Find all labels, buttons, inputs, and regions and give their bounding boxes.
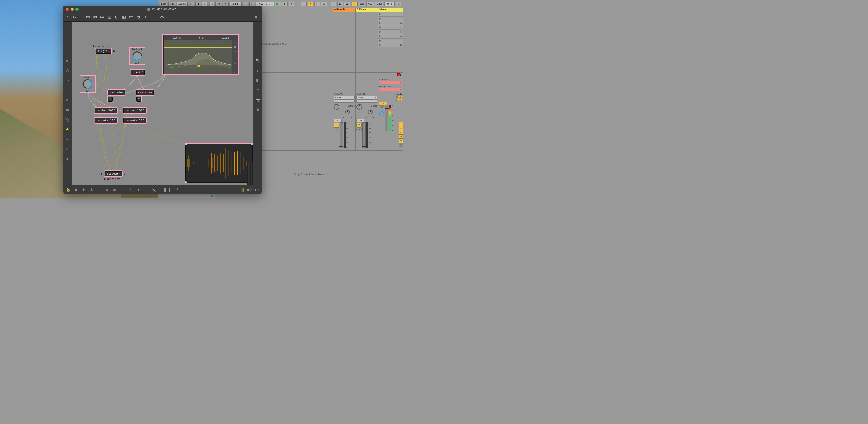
audio-to-select[interactable]: Master: [356, 96, 377, 99]
track-header[interactable]: A Reverb: [333, 8, 355, 12]
resize-handle[interactable]: [185, 143, 187, 145]
scene-slot[interactable]: 1: [378, 12, 403, 17]
tapin-object[interactable]: tapin~ 1000: [123, 108, 146, 113]
camera-icon[interactable]: 📷: [255, 97, 260, 103]
record-button[interactable]: ●: [288, 2, 294, 6]
punch-out-icon[interactable]: ⊐: [344, 2, 350, 6]
parameters-icon[interactable]: ⚙: [255, 107, 260, 112]
tapin-object[interactable]: tapin~ 1000: [95, 108, 117, 113]
presentation-icon[interactable]: ▭: [104, 187, 110, 192]
track-activator[interactable]: B: [356, 123, 362, 127]
loop-icon[interactable]: ⊓: [331, 2, 336, 6]
filtergraph[interactable]: 1039Hz 0.4Q 10.9dB 18 12: [163, 35, 238, 74]
grid-icon[interactable]: [253, 14, 259, 20]
menu-icon[interactable]: ⋮⋮: [177, 187, 182, 192]
track-header[interactable]: B Delay: [356, 8, 378, 12]
play-icon[interactable]: ▶: [246, 187, 252, 193]
pan-knob[interactable]: [334, 104, 339, 110]
returns-section-toggle[interactable]: R: [399, 131, 403, 135]
crossfade-section-toggle[interactable]: X: [399, 143, 403, 147]
scope-display[interactable]: [185, 144, 253, 182]
send-knob[interactable]: [345, 110, 350, 114]
scene-slot[interactable]: 6: [378, 34, 403, 38]
list-icon[interactable]: ≡: [255, 87, 260, 93]
stop-button[interactable]: ■: [282, 2, 287, 6]
master-out-select[interactable]: 1/2: [379, 88, 402, 91]
volume-text[interactable]: -Inf: [356, 119, 364, 122]
reenable-automation-icon[interactable]: ↩: [314, 2, 320, 6]
capture-icon[interactable]: ⊡: [321, 2, 327, 6]
cue-volume-knob[interactable]: [379, 111, 384, 116]
tapout-object[interactable]: tapout~ 100: [95, 118, 117, 123]
tap-button[interactable]: Tap: [168, 2, 176, 6]
video-icon[interactable]: ⫸: [65, 97, 70, 103]
key-map-button[interactable]: Key: [366, 2, 374, 6]
cue-out-select[interactable]: 1/2: [379, 81, 402, 84]
calendar-icon[interactable]: ▦: [120, 187, 125, 192]
follow-icon[interactable]: ▸: [243, 2, 248, 6]
search-icon[interactable]: 🔍: [255, 58, 260, 63]
metronome-icon[interactable]: |||: [189, 2, 194, 6]
bang-icon[interactable]: [106, 14, 113, 20]
lock-icon[interactable]: 🔓: [66, 187, 71, 192]
volume-text[interactable]: inf: [379, 102, 387, 105]
piano-icon[interactable]: ▐▌▐: [164, 187, 169, 192]
feedback-dial[interactable]: feedback 0.46: [130, 48, 144, 64]
post-button[interactable]: Post: [396, 99, 402, 102]
overdub-icon[interactable]: +: [301, 2, 307, 6]
comment-icon[interactable]: [99, 14, 105, 20]
solo-button[interactable]: S: [334, 127, 339, 132]
zoom-icon[interactable]: [75, 7, 79, 10]
objects-palette-icon[interactable]: ◈: [65, 58, 70, 63]
favorite-icon[interactable]: ★: [65, 156, 70, 162]
images-icon[interactable]: ▭: [65, 78, 70, 83]
track-activator[interactable]: A: [334, 123, 339, 127]
close-icon[interactable]: [66, 7, 69, 10]
nudge-down-icon[interactable]: ◀: [195, 2, 201, 6]
midi-map-button[interactable]: MIDI: [375, 2, 383, 6]
warning-icon[interactable]: ⚠: [89, 187, 94, 192]
audio-to-ch-select[interactable]: [356, 100, 377, 103]
play-button[interactable]: ▶: [275, 2, 281, 6]
hierarchy-icon[interactable]: ⋔: [135, 187, 141, 192]
media-icon[interactable]: ▦: [65, 107, 70, 112]
scene-launch-icon[interactable]: ▶: [400, 74, 402, 76]
filter-handle[interactable]: [197, 64, 200, 67]
io-section-toggle[interactable]: i: [399, 122, 403, 126]
send-knob[interactable]: [368, 110, 373, 114]
plugin-icon[interactable]: ⚡: [65, 127, 70, 132]
power-icon[interactable]: ⏻: [254, 187, 259, 192]
arrangement-pos-left[interactable]: ▸.: [249, 2, 255, 6]
automation-arm-icon[interactable]: ↯: [308, 2, 313, 6]
solo-button[interactable]: S: [356, 127, 362, 132]
track-header[interactable]: Master: [378, 8, 403, 12]
var-icon[interactable]: v: [65, 137, 70, 142]
titlebar[interactable]: squidge (unlocked): [63, 6, 262, 12]
object-icon[interactable]: [85, 14, 91, 20]
add-icon[interactable]: [143, 14, 149, 20]
cloud-icon[interactable]: [159, 14, 165, 20]
grid-snap-icon[interactable]: ♯: [128, 187, 133, 192]
inspector-icon[interactable]: ⊞: [112, 187, 117, 192]
pan-knob[interactable]: [356, 104, 362, 110]
scene-slot[interactable]: 3: [378, 21, 403, 25]
panel-icon[interactable]: ◧: [255, 78, 260, 83]
patcher-canvas[interactable]: Audio from Live L R plugin~ feedback 0.4…: [72, 22, 253, 185]
delay-section-toggle[interactable]: D: [399, 139, 403, 143]
patcher-icon[interactable]: ▣: [73, 187, 79, 192]
message-icon[interactable]: m: [92, 14, 98, 20]
tapout-object[interactable]: tapout~ 100: [123, 118, 146, 123]
delay-dial[interactable]: delay 278: [81, 76, 95, 91]
audio-icon[interactable]: ♪: [65, 87, 70, 93]
wrench-icon[interactable]: 🔧: [151, 187, 156, 192]
minimize-icon[interactable]: [70, 7, 74, 10]
multiply-object[interactable]: *~: [108, 97, 113, 102]
link-button[interactable]: Link: [160, 2, 167, 6]
toggle-icon[interactable]: [114, 14, 120, 20]
zoom-menu[interactable]: 125%: [66, 15, 78, 19]
punch-in-icon[interactable]: ⊏: [337, 2, 343, 6]
solo-button[interactable]: Solo: [379, 105, 384, 109]
snowflake-icon[interactable]: ❄: [81, 187, 86, 192]
scene-slot[interactable]: 2: [378, 17, 403, 21]
post-button[interactable]: Post: [396, 96, 402, 98]
